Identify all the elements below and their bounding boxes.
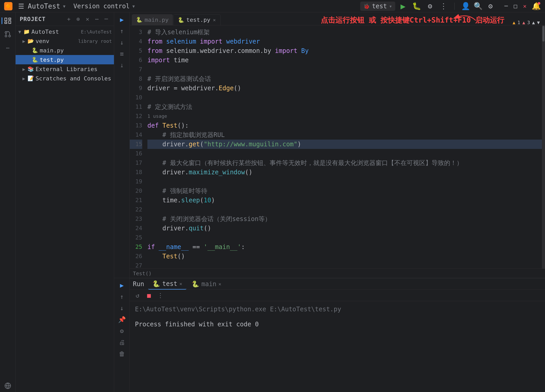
- pin-btn[interactable]: 📌: [117, 314, 127, 325]
- code-usage-hint: 1 usage: [147, 112, 542, 121]
- svg-rect-0: [5, 18, 7, 21]
- account-button[interactable]: 👤: [461, 2, 470, 11]
- left-panel-strip: ▶ ↑ ↓ ≡ ⤓: [114, 12, 130, 278]
- bottom-panel: Run 🐍 test ✕ 🐍 main ✕: [130, 278, 545, 392]
- hamburger-menu[interactable]: ☰: [16, 1, 27, 11]
- up-arrow-btn[interactable]: ↑: [117, 26, 127, 36]
- chevron-icon: ▶: [22, 66, 26, 72]
- editor-main: 🐍 main.py 🐍 test.py ✕ 点击运行按钮 或 按快捷键Ctrl+…: [130, 12, 545, 278]
- run-config-name: test: [372, 3, 387, 10]
- annotation-text: 点击运行按钮 或 按快捷键Ctrl+Shift+F10 启动运行: [321, 15, 509, 25]
- code-line-10: [147, 93, 542, 102]
- svg-point-6: [5, 35, 7, 37]
- more-panel-button[interactable]: ⋮: [156, 291, 165, 300]
- tree-item-autotest[interactable]: ▼ 📁 AutoTest E:\AutoTest: [16, 27, 114, 36]
- code-content[interactable]: # 导入selenium框架 from selenium import webd…: [145, 25, 542, 269]
- activity-misc[interactable]: ⋯: [2, 42, 14, 54]
- code-line-5: from selenium.webdriver.common.by import…: [147, 46, 542, 56]
- py-icon: 🐍: [178, 17, 184, 23]
- activity-bar: ⋯: [0, 12, 16, 392]
- code-editor[interactable]: 3 4 5 6 7 8 9 10 11 12 13 14: [130, 25, 545, 269]
- tab-testpy[interactable]: 🐍 test.py ✕: [173, 14, 221, 25]
- tree-item-scratches[interactable]: ▶ 📝 Scratches and Consoles: [16, 74, 114, 83]
- code-line-15: [147, 149, 542, 158]
- code-line-16: # 最大化窗口（有时候执行某些按钮、事件等无效时，就是没有最大化浏览器窗口【不在…: [147, 158, 542, 168]
- code-line-13: # 指定加载浏览器RUL: [147, 130, 542, 140]
- code-line-27: [147, 261, 542, 269]
- tab-label: test: [162, 280, 177, 287]
- more-actions-button[interactable]: ⋮: [439, 2, 448, 11]
- collapse-icon[interactable]: ▼: [537, 20, 540, 25]
- new-file-button[interactable]: +: [65, 16, 72, 23]
- collapse-all-btn[interactable]: ⤓: [117, 60, 127, 71]
- sidebar-header: Project + ⊕ ✕ ⋯ ─: [16, 12, 114, 26]
- bottom-left-strip: ▶ ↑ ↓ 📌 ⚙ 🖨 🗑: [114, 278, 130, 392]
- window-controls: ─ □ ✕: [502, 3, 528, 10]
- list-btn[interactable]: ≡: [117, 49, 127, 59]
- code-line-7: [147, 65, 542, 74]
- scrollbar-thumb[interactable]: [542, 26, 544, 42]
- tab-label: main.py: [145, 17, 169, 23]
- run-icon-btn[interactable]: ▶: [117, 280, 127, 291]
- run-config-dropdown[interactable]: ▾: [389, 3, 392, 9]
- activity-project[interactable]: [2, 15, 14, 27]
- new-folder-button[interactable]: ⊕: [74, 16, 82, 23]
- minimize-button[interactable]: ─: [502, 3, 510, 10]
- code-line-23: driver.quit(): [147, 224, 542, 233]
- chevron-icon: ▶: [22, 76, 26, 81]
- breadcrumb-bar: Test(): [130, 269, 545, 278]
- sidebar-more-button[interactable]: ⋯: [93, 16, 100, 23]
- code-line-25: ▶ if __name__ == '__main__':: [147, 242, 542, 252]
- coverage-button[interactable]: ⚙: [425, 2, 435, 11]
- down-btn[interactable]: ↓: [117, 303, 127, 313]
- run-button[interactable]: ▶: [398, 2, 408, 11]
- tree-item-testpy[interactable]: ▶ 🐍 test.py: [16, 55, 114, 64]
- print-btn[interactable]: 🖨: [117, 337, 127, 348]
- error-icon: ▲: [522, 20, 525, 25]
- sidebar-tree: ▼ 📁 AutoTest E:\AutoTest ▶ 📂 venv librar…: [16, 26, 114, 392]
- run-config-selector[interactable]: 🐞 test ▾: [360, 2, 395, 11]
- panel-tab-main[interactable]: 🐍 main ✕: [187, 279, 226, 289]
- content-area: Project + ⊕ ✕ ⋯ ─ ▼ 📁 AutoTest E:\AutoTe…: [16, 12, 545, 392]
- tree-item-ext-libs[interactable]: ▶ 📚 External Libraries: [16, 64, 114, 74]
- tree-label: venv: [36, 38, 75, 44]
- run-output: Process finished with exit code 0: [135, 319, 540, 329]
- version-control-label[interactable]: Version control: [73, 3, 130, 10]
- tree-item-venv[interactable]: ▶ 📂 venv library root: [16, 36, 114, 46]
- panel-tab-test[interactable]: 🐍 test ✕: [148, 279, 186, 290]
- rerun-button[interactable]: ↺: [133, 291, 142, 300]
- app-dropdown-arrow[interactable]: ▾: [62, 3, 66, 10]
- vertical-scrollbar[interactable]: [542, 25, 545, 269]
- tree-item-mainpy[interactable]: ▶ 🐍 main.py: [16, 46, 114, 55]
- tab-close[interactable]: ✕: [219, 281, 221, 287]
- stop-button[interactable]: ■: [144, 291, 154, 300]
- activity-remote[interactable]: [2, 380, 14, 392]
- debug-button[interactable]: 🐛: [412, 2, 421, 11]
- maximize-button[interactable]: □: [512, 3, 519, 10]
- warning-count: 1: [517, 20, 520, 25]
- expand-icon[interactable]: ▲: [532, 20, 535, 25]
- trash-btn[interactable]: 🗑: [117, 349, 127, 359]
- down-arrow-btn[interactable]: ↓: [117, 37, 127, 48]
- up-btn[interactable]: ↑: [117, 292, 127, 302]
- settings-button[interactable]: ⚙: [486, 2, 495, 11]
- close-button[interactable]: ✕: [521, 3, 528, 10]
- activity-git[interactable]: [2, 28, 14, 40]
- library-root-label: library root: [78, 38, 112, 44]
- tab-close[interactable]: ✕: [179, 281, 182, 286]
- code-line-18: [147, 177, 542, 186]
- svg-point-5: [5, 32, 7, 33]
- tab-py-icon: 🐍: [192, 280, 199, 288]
- vc-dropdown-arrow[interactable]: ▾: [132, 3, 135, 10]
- tree-label: main.py: [40, 47, 112, 54]
- collapse-button[interactable]: ─: [103, 16, 110, 23]
- py-file-icon: 🐍: [32, 57, 38, 63]
- tab-mainpy[interactable]: 🐍 main.py: [132, 14, 173, 25]
- annotation-arrow: [447, 12, 478, 23]
- search-button[interactable]: 🔍: [473, 2, 483, 11]
- notification-button[interactable]: 🔔: [532, 2, 541, 11]
- close-sidebar-button[interactable]: ✕: [84, 16, 91, 23]
- settings-btn[interactable]: ⚙: [117, 326, 127, 336]
- run-panel-btn[interactable]: ▶: [117, 15, 127, 25]
- tab-close-button[interactable]: ✕: [212, 17, 216, 23]
